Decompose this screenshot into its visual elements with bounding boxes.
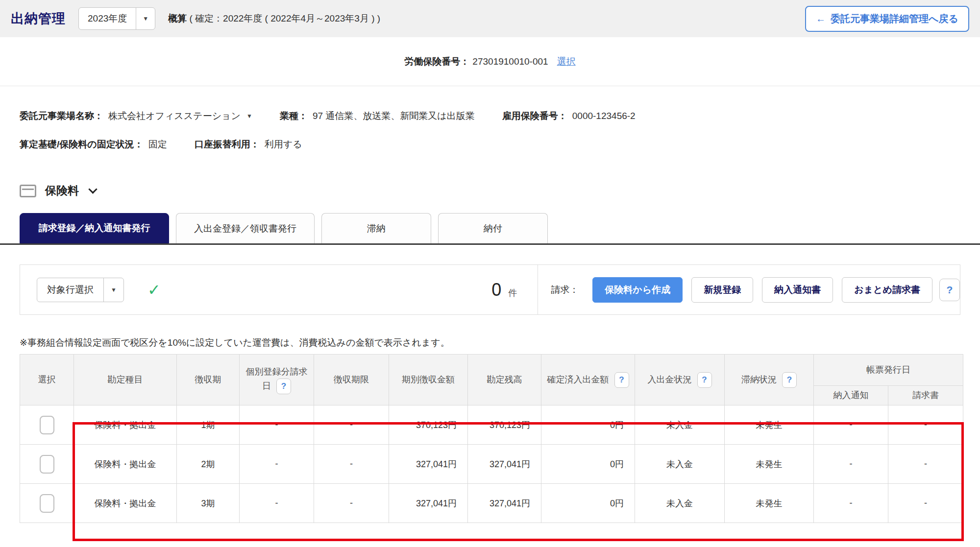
client-info-row-1: 委託元事業場名称： 株式会社オフィスステーション ▼ 業種： 97 通信業、放送… bbox=[20, 110, 960, 122]
invoice-date-cell: - bbox=[888, 484, 963, 523]
period-amount-cell: 327,041円 bbox=[389, 484, 468, 523]
fiscal-year-dropdown[interactable]: 2023年度 ▼ bbox=[78, 7, 155, 30]
back-button-label: 委託元事業場詳細管理へ戻る bbox=[831, 12, 958, 25]
request-label: 請求： bbox=[551, 284, 579, 296]
invoice-date-cell: - bbox=[888, 445, 963, 484]
topbar: 出納管理 2023年度 ▼ 概算 ( 確定：2022年度 ( 2022年4月～2… bbox=[0, 0, 980, 37]
balance-cell: 327,041円 bbox=[468, 445, 541, 484]
notice-date-cell: - bbox=[814, 484, 888, 523]
payment-status-cell: 未入金 bbox=[635, 405, 725, 445]
col-header-period: 徴収期 bbox=[177, 355, 240, 405]
tab-arrears[interactable]: 滞納 bbox=[321, 213, 431, 243]
deadline-cell: - bbox=[314, 484, 389, 523]
payment-status-cell: 未入金 bbox=[635, 445, 725, 484]
col-header-payment-status: 入出金状況 ? bbox=[635, 355, 725, 405]
office-name-dropdown-icon[interactable]: ▼ bbox=[246, 113, 252, 119]
deadline-cell: - bbox=[314, 405, 389, 445]
tab-payment[interactable]: 納付 bbox=[438, 213, 548, 243]
labour-insurance-label: 労働保険番号： bbox=[404, 55, 469, 68]
client-info-row-2: 算定基礎/保険料の固定状況： 固定 口座振替利用： 利用する bbox=[20, 138, 960, 151]
arrears-status-cell: 未発生 bbox=[725, 405, 814, 445]
labour-insurance-row: 労働保険番号： 27301910010-001 選択 bbox=[0, 37, 980, 86]
deadline-cell: - bbox=[314, 445, 389, 484]
period-cell: 1期 bbox=[177, 405, 240, 445]
payment-notice-button[interactable]: 納入通知書 bbox=[762, 277, 833, 303]
col-header-deadline: 徴収期限 bbox=[314, 355, 389, 405]
premium-table-wrap: 選択 勘定種目 徴収期 個別登録分請求日 ? 徴収期限 期別徴収金額 勘定残高 … bbox=[0, 354, 980, 523]
account-cell: 保険料・拠出金 bbox=[74, 405, 177, 445]
col-header-confirmed-amount: 確定済入出金額 ? bbox=[541, 355, 635, 405]
row-checkbox[interactable] bbox=[40, 416, 54, 434]
industry-label: 業種： bbox=[280, 110, 308, 122]
payment-status-cell: 未入金 bbox=[635, 484, 725, 523]
period-cell: 3期 bbox=[177, 484, 240, 523]
back-arrow-icon: ← bbox=[816, 13, 826, 24]
target-row-select-label: 対象行選択 bbox=[37, 278, 103, 302]
card-icon bbox=[20, 185, 36, 197]
row-checkbox[interactable] bbox=[40, 455, 54, 474]
fiscal-year-value: 2023年度 bbox=[79, 8, 136, 29]
arrears-status-cell: 未発生 bbox=[725, 445, 814, 484]
tab-deposit-withdrawal[interactable]: 入出金登録／領収書発行 bbox=[176, 213, 315, 243]
select-cell bbox=[20, 445, 74, 484]
col-header-balance: 勘定残高 bbox=[468, 355, 541, 405]
table-row: 保険料・拠出金 1期 - - 370,123円 370,123円 0円 未入金 … bbox=[20, 405, 963, 445]
premium-section-header: 保険料 bbox=[0, 183, 980, 198]
chevron-down-icon[interactable] bbox=[88, 185, 97, 193]
account-cell: 保険料・拠出金 bbox=[74, 484, 177, 523]
check-icon[interactable]: ✓ bbox=[147, 281, 161, 299]
col-header-notice: 納入通知 bbox=[814, 386, 888, 405]
office-name-value: 株式会社オフィスステーション bbox=[108, 110, 241, 122]
office-name-label: 委託元事業場名称： bbox=[20, 110, 103, 122]
back-button[interactable]: ← 委託元事業場詳細管理へ戻る bbox=[805, 6, 969, 32]
col-header-period-amount: 期別徴収金額 bbox=[389, 355, 468, 405]
selected-count-unit: 件 bbox=[508, 287, 517, 299]
confirmed-amount-cell: 0円 bbox=[541, 484, 635, 523]
action-bar: 対象行選択 ▼ ✓ 0 件 請求： 保険料から作成 新規登録 納入通知書 おまと… bbox=[20, 264, 960, 315]
balance-cell: 327,041円 bbox=[468, 484, 541, 523]
new-registration-button[interactable]: 新規登録 bbox=[691, 277, 753, 303]
chevron-down-icon[interactable]: ▼ bbox=[136, 8, 155, 29]
col-header-individual-date: 個別登録分請求日 ? bbox=[240, 355, 314, 405]
help-icon[interactable]: ? bbox=[697, 372, 712, 388]
individual-date-cell: - bbox=[240, 484, 314, 523]
account-transfer-label: 口座振替利用： bbox=[195, 138, 260, 151]
tax-note: ※事務組合情報設定画面で税区分を10%に設定していた運営費は、消費税込みの金額で… bbox=[0, 336, 980, 349]
employment-insurance-value: 0000-123456-2 bbox=[572, 111, 636, 121]
estimate-detail: ( 確定：2022年度 ( 2022年4月～2023年3月 ) ) bbox=[189, 13, 380, 24]
arrears-status-cell: 未発生 bbox=[725, 484, 814, 523]
col-header-account: 勘定種目 bbox=[74, 355, 177, 405]
help-icon[interactable]: ? bbox=[782, 372, 797, 388]
col-header-invoice: 請求書 bbox=[888, 386, 963, 405]
select-cell bbox=[20, 405, 74, 445]
account-transfer-value: 利用する bbox=[265, 138, 302, 151]
labour-insurance-select-link[interactable]: 選択 bbox=[557, 55, 576, 68]
tab-billing-registration[interactable]: 請求登録／納入通知書発行 bbox=[20, 213, 169, 243]
notice-date-cell: - bbox=[814, 405, 888, 445]
target-row-select-dropdown[interactable]: 対象行選択 ▼ bbox=[37, 278, 124, 302]
col-header-arrears-status: 滞納状況 ? bbox=[725, 355, 814, 405]
individual-date-cell: - bbox=[240, 445, 314, 484]
chevron-down-icon[interactable]: ▼ bbox=[103, 278, 123, 302]
help-icon[interactable]: ? bbox=[614, 372, 629, 388]
confirmed-amount-cell: 0円 bbox=[541, 445, 635, 484]
row-checkbox[interactable] bbox=[40, 494, 54, 513]
help-icon[interactable]: ? bbox=[276, 379, 291, 394]
period-amount-cell: 327,041円 bbox=[389, 445, 468, 484]
labour-insurance-value: 27301910010-001 bbox=[472, 56, 548, 67]
bundled-invoice-button[interactable]: おまとめ請求書 bbox=[842, 277, 932, 303]
help-icon[interactable]: ? bbox=[939, 279, 960, 301]
balance-cell: 370,123円 bbox=[468, 405, 541, 445]
page-title: 出納管理 bbox=[11, 10, 66, 27]
premium-table: 選択 勘定種目 徴収期 個別登録分請求日 ? 徴収期限 期別徴収金額 勘定残高 … bbox=[20, 354, 963, 523]
selected-count: 0 件 bbox=[491, 280, 517, 300]
create-from-premium-button[interactable]: 保険料から作成 bbox=[592, 277, 683, 303]
col-header-confirmed-amount-label: 確定済入出金額 bbox=[547, 374, 609, 384]
client-info-section: 委託元事業場名称： 株式会社オフィスステーション ▼ 業種： 97 通信業、放送… bbox=[0, 110, 980, 151]
col-header-arrears-status-label: 滞納状況 bbox=[741, 374, 777, 384]
table-row: 保険料・拠出金 2期 - - 327,041円 327,041円 0円 未入金 … bbox=[20, 445, 963, 484]
fixed-status-label: 算定基礎/保険料の固定状況： bbox=[20, 138, 144, 151]
invoice-date-cell: - bbox=[888, 405, 963, 445]
employment-insurance-label: 雇用保険番号： bbox=[502, 110, 567, 122]
col-header-select: 選択 bbox=[20, 355, 74, 405]
